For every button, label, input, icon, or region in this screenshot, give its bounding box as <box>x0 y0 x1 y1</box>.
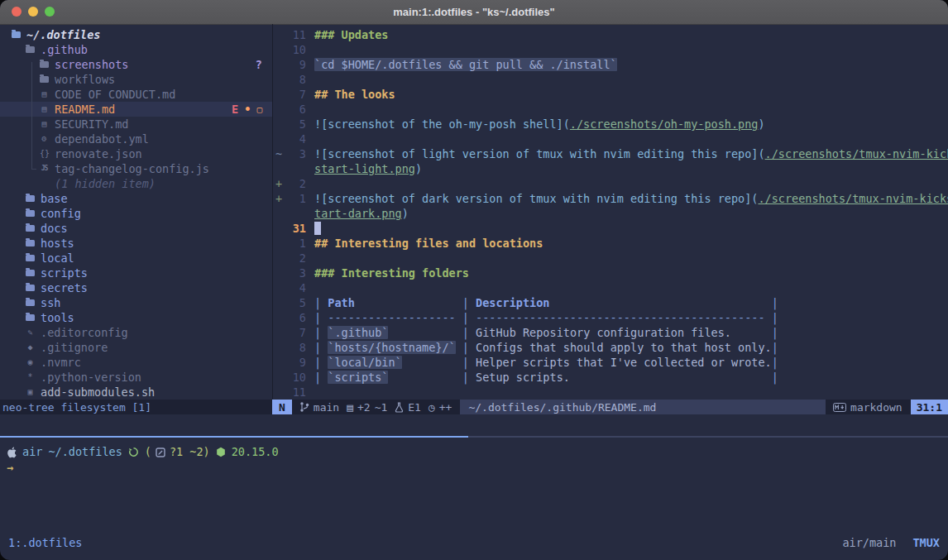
editor-line[interactable]: 4 <box>273 132 948 146</box>
editor-line[interactable]: 10 <box>273 42 948 57</box>
line-text <box>306 385 948 400</box>
tree-item-add-submodules-sh[interactable]: ▣add-submodules.sh <box>0 385 272 400</box>
tree-item-workflows[interactable]: workflows <box>0 72 272 87</box>
editor-line[interactable]: 9| `local/bin` | Helper scripts that I'v… <box>273 355 948 370</box>
editor-line[interactable]: 7| `.github` | GitHub Repository configu… <box>273 325 948 340</box>
line-text: | `hosts/{hostname}/` | Configs that sho… <box>306 340 948 355</box>
editor-line[interactable]: ~3![screenshot of light version of tmux … <box>273 146 948 161</box>
shell-pane[interactable]: air ~/.dotfiles ( ?1 ~2) 20.15.0 → <box>0 439 948 532</box>
statusline-row: neo-tree filesystem [1] N main ▤ +2 ~1 E… <box>0 400 948 414</box>
tree-item-editorconfig[interactable]: ✎.editorconfig <box>0 325 272 340</box>
line-number: 10 <box>285 370 306 385</box>
tmux-pane-border[interactable] <box>0 436 948 438</box>
editor-line[interactable]: +2 <box>273 176 948 191</box>
tree-item-label: SECURITY.md <box>55 117 128 131</box>
editor-line[interactable]: 6| ------------------- | ---------------… <box>273 310 948 325</box>
tmux-window-tab[interactable]: 1:.dotfiles <box>8 536 82 549</box>
gutter-sign <box>273 295 285 310</box>
tree-item-label: local <box>41 251 74 265</box>
tree-item-tag-changelog-config-js[interactable]: JStag-changelog-config.js <box>0 161 272 176</box>
minimize-button[interactable] <box>28 7 38 17</box>
git-status-badge: • <box>244 103 251 116</box>
editor-line[interactable]: 10| `scripts` | Setup scripts. | <box>273 370 948 385</box>
editor-line[interactable]: 1## Interesting files and locations <box>273 236 948 251</box>
zoom-button[interactable] <box>45 7 55 17</box>
diagnostics-count: E1 <box>408 401 421 414</box>
tree-item-readme-md[interactable]: ▤README.mdE•▢ <box>0 102 272 117</box>
tree-item-hosts[interactable]: hosts <box>0 236 272 251</box>
close-button[interactable] <box>12 7 22 17</box>
editor-line[interactable]: start-light.png) <box>273 161 948 176</box>
tree-item-config[interactable]: config <box>0 206 272 221</box>
neotree-panel[interactable]: ~/.dotfiles.githubscreenshots?workflows▤… <box>0 24 272 400</box>
editor-line[interactable]: 6 <box>273 102 948 117</box>
editor-line[interactable]: +1![screenshot of dark version of tmux w… <box>273 191 948 206</box>
tree-item-github[interactable]: .github <box>0 42 272 57</box>
tree-item-dependabot-yml[interactable]: ⚙dependabot.yml <box>0 132 272 146</box>
gutter-sign <box>273 72 285 87</box>
line-text: | `scripts` | Setup scripts. | <box>306 370 948 385</box>
folder-icon <box>26 255 35 261</box>
traffic-lights <box>12 7 55 17</box>
editor-line[interactable]: 5![screenshot of the oh-my-posh shell](.… <box>273 117 948 132</box>
tree-item-secrets[interactable]: secrets <box>0 280 272 295</box>
tree-item-nvmrc[interactable]: ◉.nvmrc <box>0 355 272 370</box>
editor-line[interactable]: 7## The looks <box>273 87 948 102</box>
tree-item-gitignore[interactable]: ◆.gitignore <box>0 340 272 355</box>
indent-guide <box>31 62 32 170</box>
tree-item-1-hidden-item[interactable]: (1 hidden item) <box>0 176 272 191</box>
git-branch-icon <box>299 401 309 413</box>
gutter-sign <box>273 42 285 57</box>
line-text: | ------------------- | ----------------… <box>306 310 948 325</box>
line-number: 4 <box>285 132 306 146</box>
markdown-icon: ▤ <box>40 120 49 128</box>
tree-item-dotfiles[interactable]: ~/.dotfiles <box>0 27 272 42</box>
tree-item-scripts[interactable]: scripts <box>0 266 272 280</box>
line-number: 9 <box>285 57 306 72</box>
gutter-sign <box>273 161 285 176</box>
tree-item-screenshots[interactable]: screenshots? <box>0 57 272 72</box>
cursor-position: 31:1 <box>911 400 948 414</box>
folder-icon <box>26 285 35 291</box>
git-branch-name: main <box>314 401 339 414</box>
line-number: 6 <box>285 310 306 325</box>
line-number: 2 <box>285 176 306 191</box>
editor-line[interactable]: 9`cd $HOME/.dotfiles && git pull && ./in… <box>273 57 948 72</box>
tree-item-base[interactable]: base <box>0 191 272 206</box>
git-branch-segment: main <box>299 401 339 414</box>
folder-icon <box>26 240 35 246</box>
tree-item-local[interactable]: local <box>0 251 272 266</box>
tree-item-code-of-conduct-md[interactable]: ▤CODE_OF_CONDUCT.md <box>0 87 272 102</box>
line-text <box>306 132 948 146</box>
editor-line[interactable]: 5| Path | Description | <box>273 295 948 310</box>
lualine-statusline: N main ▤ +2 ~1 E1 ◷ ++ ~ <box>272 400 948 414</box>
editor-line[interactable]: 11### Updates <box>273 27 948 42</box>
shell-input-line[interactable]: → <box>7 460 948 476</box>
tree-item-label: base <box>41 192 68 205</box>
editor-line[interactable]: 11 <box>273 385 948 400</box>
editor-line[interactable]: 3### Interesting folders <box>273 266 948 280</box>
line-number: 31 <box>285 221 306 236</box>
editor-line[interactable]: 4 <box>273 280 948 295</box>
tree-item-renovate-json[interactable]: {}renovate.json <box>0 146 272 161</box>
editor-line[interactable]: 8| `hosts/{hostname}/` | Configs that sh… <box>273 340 948 355</box>
editor-line[interactable]: 31 <box>273 221 948 236</box>
git-status-badge: ? <box>256 58 262 71</box>
editor-line[interactable]: 8 <box>273 72 948 87</box>
tree-item-ssh[interactable]: ssh <box>0 295 272 310</box>
mode-indicator: N <box>272 400 292 414</box>
indent-guide-corner <box>31 169 36 170</box>
tree-item-python-version[interactable]: *.python-version <box>0 370 272 385</box>
neotree-statusline: neo-tree filesystem [1] <box>0 400 272 414</box>
editor-line[interactable]: 2 <box>273 251 948 266</box>
line-text: ### Interesting folders <box>306 266 948 280</box>
editor-pane[interactable]: 11### Updates 10 9`cd $HOME/.dotfiles &&… <box>273 24 948 400</box>
tree-item-tools[interactable]: tools <box>0 310 272 325</box>
tree-item-security-md[interactable]: ▤SECURITY.md <box>0 117 272 132</box>
line-text: ### Updates <box>306 27 948 42</box>
tree-item-docs[interactable]: docs <box>0 221 272 236</box>
tree-item-label: CODE_OF_CONDUCT.md <box>55 88 175 101</box>
editor-line[interactable]: tart-dark.png) <box>273 206 948 221</box>
circle-dot-icon: ◉ <box>26 358 35 366</box>
node-icon <box>216 447 226 457</box>
